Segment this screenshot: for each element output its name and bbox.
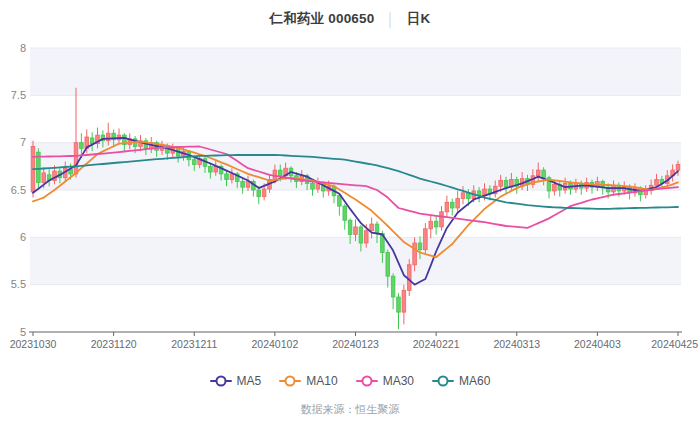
svg-text:5.5: 5.5 — [11, 278, 26, 290]
legend-item-ma5[interactable]: MA5 — [210, 374, 262, 388]
legend-marker-icon — [432, 375, 454, 387]
stock-chart-widget: 仁和药业 000650 │ 日K 20231030202311202023121… — [0, 0, 700, 425]
svg-text:20231030: 20231030 — [10, 338, 57, 350]
svg-text:20231211: 20231211 — [171, 338, 217, 350]
legend-marker-icon — [279, 375, 301, 387]
legend-item-ma10[interactable]: MA10 — [279, 374, 337, 388]
svg-text:6.5: 6.5 — [11, 184, 26, 196]
y-axis: 55.566.577.58 — [11, 42, 26, 338]
legend-item-ma30[interactable]: MA30 — [356, 374, 414, 388]
legend-item-label: MA10 — [306, 374, 337, 388]
legend-item-ma60[interactable]: MA60 — [432, 374, 490, 388]
chart-period-label[interactable]: 日K — [407, 10, 431, 28]
svg-text:20240221: 20240221 — [413, 338, 460, 350]
x-axis: 2023103020231120202312112024010220240123… — [10, 332, 699, 350]
legend-item-label: MA5 — [237, 374, 262, 388]
chart-header: 仁和药业 000650 │ 日K — [0, 0, 700, 38]
svg-text:20240403: 20240403 — [574, 338, 621, 350]
plot-background — [30, 48, 681, 285]
legend-marker-icon — [356, 375, 378, 387]
svg-text:5: 5 — [20, 326, 26, 338]
legend-marker-icon — [210, 375, 232, 387]
chart-title: 仁和药业 000650 — [270, 10, 375, 28]
svg-text:7.5: 7.5 — [11, 89, 26, 101]
chart-legend: MA5MA10MA30MA60 — [0, 372, 700, 390]
legend-item-label: MA30 — [383, 374, 414, 388]
kline-chart[interactable]: 2023103020231120202312112024010220240123… — [0, 38, 700, 358]
data-source: 数据来源：恒生聚源 — [0, 402, 700, 417]
svg-text:20240123: 20240123 — [332, 338, 379, 350]
legend-item-label: MA60 — [459, 374, 490, 388]
svg-text:7: 7 — [20, 136, 26, 148]
svg-text:20240313: 20240313 — [493, 338, 540, 350]
title-separator: │ — [387, 12, 395, 27]
svg-text:8: 8 — [20, 42, 26, 54]
svg-text:20240425: 20240425 — [651, 338, 698, 350]
svg-text:20231120: 20231120 — [91, 338, 137, 350]
svg-text:20240102: 20240102 — [252, 338, 299, 350]
svg-text:6: 6 — [20, 231, 26, 243]
kline-chart-canvas[interactable]: 2023103020231120202312112024010220240123… — [0, 38, 700, 358]
